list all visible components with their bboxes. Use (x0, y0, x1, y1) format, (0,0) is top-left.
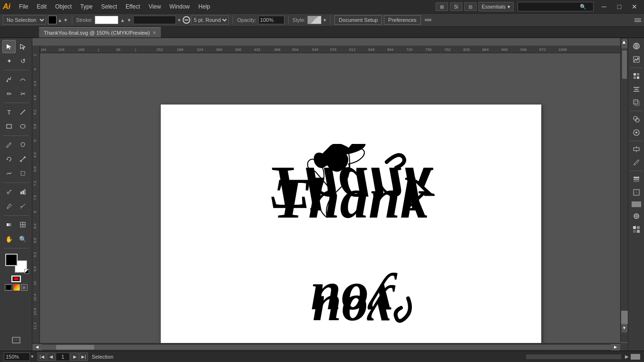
foreground-color-swatch[interactable] (5, 254, 18, 266)
hand-tool[interactable]: ✋ (2, 232, 16, 246)
zoom-dropdown[interactable]: ▾ (31, 353, 34, 360)
search-input[interactable] (518, 4, 580, 10)
cc-libraries-btn[interactable] (630, 70, 643, 82)
artboards-btn[interactable] (630, 186, 643, 199)
scroll-down-btn[interactable]: ▼ (621, 323, 628, 333)
opacity-input[interactable] (258, 16, 284, 24)
gradient-tool[interactable] (2, 218, 16, 231)
vertical-scrollbar[interactable]: ▲ ▼ (620, 38, 628, 342)
status-arrow[interactable]: ▶ (625, 354, 629, 359)
stroke-dropdown-arrow[interactable]: ▾ (178, 17, 181, 23)
appearance-btn[interactable] (630, 126, 643, 139)
menu-help[interactable]: Help (195, 2, 214, 11)
brushes-btn[interactable] (630, 156, 643, 169)
scale-tool[interactable] (16, 152, 29, 166)
menu-select[interactable]: Select (98, 2, 121, 11)
selection-dropdown[interactable]: No Selection (3, 15, 46, 25)
style-swatch[interactable] (307, 16, 322, 24)
type-tool[interactable]: T (2, 105, 16, 119)
zoom-tool[interactable]: 🔍 (16, 232, 29, 246)
eyedropper-tool[interactable] (2, 200, 16, 213)
none-toggle[interactable] (5, 284, 12, 291)
scroll-up-btn[interactable]: ▲ (622, 39, 627, 48)
next-page-btn[interactable]: ▶ (70, 352, 79, 361)
color-panel-btn[interactable] (630, 40, 643, 52)
direct-select-tool[interactable] (16, 40, 29, 53)
free-transform-tool[interactable] (16, 167, 29, 180)
close-button[interactable]: ✕ (628, 0, 641, 13)
symbols-btn[interactable] (630, 143, 643, 155)
stroke-up[interactable]: ▲ (120, 18, 125, 23)
toolbar-menu-icon[interactable] (634, 19, 641, 22)
graphic-styles-btn[interactable] (630, 210, 643, 222)
menu-file[interactable]: File (15, 2, 32, 11)
paintbrush-tool[interactable] (2, 138, 16, 152)
none-color-toggle[interactable]: ⊘ (21, 284, 28, 291)
line-tool[interactable] (16, 105, 29, 119)
doc-tab-close[interactable]: × (153, 29, 156, 36)
canvas-area[interactable]: |44 108 168 | 36 | 252 288 324 360 396 4… (32, 38, 628, 351)
magic-wand-tool[interactable]: ✦ (2, 54, 16, 67)
minimize-button[interactable]: ─ (597, 0, 611, 13)
preferences-button[interactable]: Preferences (384, 15, 420, 25)
pathfinder-btn[interactable] (630, 113, 643, 125)
stroke-toggle[interactable] (11, 276, 21, 282)
page-input[interactable] (56, 352, 70, 361)
status-right-thumb[interactable] (631, 354, 640, 360)
align-btn[interactable] (630, 83, 643, 95)
mesh-tool[interactable] (16, 218, 29, 231)
menu-view[interactable]: View (145, 2, 165, 11)
artboard-tool[interactable] (10, 333, 23, 347)
swatches-btn[interactable] (630, 223, 643, 236)
scroll-position-indicator[interactable] (621, 311, 628, 324)
menu-object[interactable]: Object (51, 2, 76, 11)
scissors-tool[interactable]: ✂ (16, 87, 29, 100)
lasso-tool[interactable]: ↺ (16, 54, 29, 67)
warp-tool[interactable] (2, 167, 16, 180)
image-trace-btn[interactable] (630, 53, 643, 66)
scroll-left-btn[interactable]: ◀ (32, 344, 42, 351)
curvature-tool[interactable] (16, 73, 29, 86)
swap-colors-icon[interactable] (24, 269, 29, 274)
blob-brush-tool[interactable] (16, 138, 29, 152)
menu-effect[interactable]: Effect (122, 2, 144, 11)
document-canvas[interactable]: Thank you .ambi-text { font-family: 'Geo… (161, 105, 541, 351)
essentials-dropdown[interactable]: Essentials ▾ (478, 2, 514, 11)
stroke-down[interactable]: ▼ (127, 18, 132, 23)
top-search-box[interactable]: 🔍 (517, 2, 594, 11)
rotate-tool[interactable] (2, 152, 16, 166)
pen-tool[interactable] (2, 73, 16, 86)
pencil-tool[interactable]: ✏ (2, 87, 16, 100)
restore-button[interactable]: □ (613, 0, 626, 13)
document-tab[interactable]: ThankYou-final.svg @ 150% (CMYK/Preview)… (39, 27, 161, 38)
style-dropdown-arrow[interactable]: ▾ (323, 17, 326, 23)
scroll-thumb-h[interactable] (56, 345, 94, 350)
column-graph-tool[interactable] (16, 185, 29, 199)
workspace-icon-1[interactable]: ⊞ (436, 2, 448, 11)
prev-page-btn[interactable]: ◀ (47, 352, 55, 361)
stroke-color-swatch[interactable] (95, 16, 118, 24)
doc-setup-button[interactable]: Document Setup (334, 15, 382, 25)
last-page-btn[interactable]: ▶| (79, 352, 88, 361)
gradient-toggle[interactable] (13, 284, 20, 291)
stroke-style-select[interactable]: 5 pt. Round (191, 15, 229, 25)
workspace-icon-2[interactable]: Si (450, 2, 462, 11)
menu-window[interactable]: Window (166, 2, 194, 11)
workspace-icon-3[interactable]: ⊟ (464, 2, 477, 11)
menu-edit[interactable]: Edit (33, 2, 50, 11)
stroke-arrow-up[interactable]: ▲ (58, 18, 62, 23)
horizontal-scrollbar[interactable]: ◀ ▶ (32, 343, 620, 351)
zoom-input[interactable] (4, 352, 30, 361)
layers-btn[interactable] (630, 173, 643, 185)
selection-tool[interactable] (2, 40, 16, 53)
rect-tool[interactable] (2, 120, 16, 133)
extra-controls[interactable] (425, 19, 431, 21)
stroke-color-field[interactable] (133, 16, 176, 24)
first-page-btn[interactable]: |◀ (38, 352, 46, 361)
transform-btn[interactable] (630, 96, 643, 109)
scroll-right-btn[interactable]: ▶ (611, 344, 620, 351)
panel-resize-handle[interactable] (632, 201, 641, 207)
fill-swatch[interactable] (48, 16, 57, 24)
measure-tool[interactable] (16, 200, 29, 213)
menu-type[interactable]: Type (77, 2, 97, 11)
